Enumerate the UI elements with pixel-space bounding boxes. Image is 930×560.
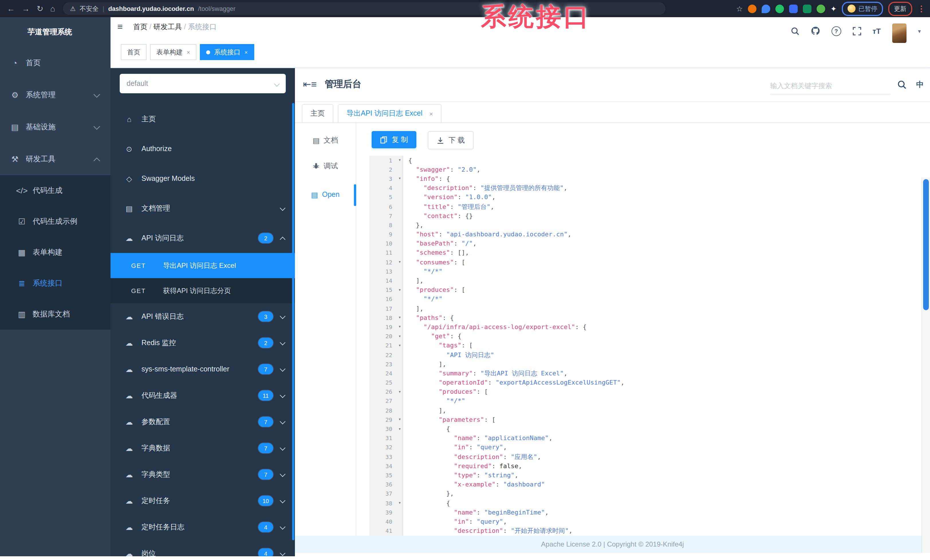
tag-tab[interactable]: 表单构建× bbox=[150, 44, 196, 60]
swagger-menu-item[interactable]: ☁API 访问日志2 bbox=[111, 223, 295, 253]
back-icon[interactable]: ← bbox=[7, 0, 15, 17]
swagger-menu-item[interactable]: ⌂主页 bbox=[111, 104, 295, 134]
font-size-icon[interactable]: тT bbox=[873, 27, 881, 35]
page-scrollbar-track[interactable] bbox=[921, 177, 930, 553]
extension-icon[interactable] bbox=[748, 4, 756, 13]
chevron-down-icon[interactable]: ▾ bbox=[918, 28, 921, 34]
fullscreen-icon[interactable] bbox=[852, 27, 861, 35]
cloud-icon: ☁ bbox=[124, 339, 134, 347]
close-icon[interactable]: × bbox=[187, 49, 190, 55]
github-icon[interactable] bbox=[811, 26, 820, 35]
update-button[interactable]: 更新 bbox=[888, 2, 912, 16]
fold-arrow-icon[interactable]: ▾ bbox=[394, 285, 405, 295]
language-icon[interactable]: 中 bbox=[916, 80, 924, 90]
user-avatar[interactable] bbox=[892, 23, 907, 43]
swagger-group-item[interactable]: ☁API 错误日志3 bbox=[111, 303, 295, 330]
code-line: 31 "name": "applicationName", bbox=[370, 434, 921, 443]
sidebar-subitem-label: 表单构建 bbox=[32, 247, 62, 258]
swagger-group-item[interactable]: ☁字典数据7 bbox=[111, 435, 295, 461]
swagger-group-item[interactable]: ☁定时任务10 bbox=[111, 488, 295, 514]
fold-arrow-icon[interactable]: ▾ bbox=[394, 258, 405, 267]
subnav-item[interactable]: 调试 bbox=[295, 159, 356, 173]
count-badge: 2 bbox=[258, 338, 273, 348]
swagger-group-item[interactable]: ☁Redis 监控2 bbox=[111, 330, 295, 356]
doc-tab[interactable]: 导出API 访问日志 Excel× bbox=[338, 104, 442, 123]
fold-arrow-icon[interactable]: ▾ bbox=[394, 499, 405, 508]
hamburger-icon[interactable]: ≡ bbox=[117, 22, 123, 32]
swagger-group-item[interactable]: ☁参数配置7 bbox=[111, 409, 295, 435]
help-icon[interactable]: ? bbox=[831, 26, 841, 36]
sidebar-item[interactable]: ⚒研发工具 bbox=[0, 143, 111, 175]
bookmark-star-icon[interactable]: ☆ bbox=[736, 4, 743, 13]
swagger-group-item[interactable]: ☁sys-sms-template-controller7 bbox=[111, 356, 295, 382]
swagger-group-item[interactable]: ☁定时任务日志4 bbox=[111, 514, 295, 540]
swagger-group-item[interactable]: ☁字典类型7 bbox=[111, 461, 295, 488]
code-editor[interactable]: 1▾{2 "swagger": "2.0",3▾ "info": {4 "des… bbox=[370, 156, 921, 536]
menu-fold-icon[interactable]: ⇤≡ bbox=[303, 78, 317, 91]
sidebar-item[interactable]: ◔首页 bbox=[0, 47, 111, 79]
doc-search-icon[interactable] bbox=[898, 80, 907, 89]
fold-arrow-icon[interactable]: ▾ bbox=[394, 331, 405, 341]
extension-icon[interactable] bbox=[789, 4, 798, 13]
extension-icon[interactable] bbox=[817, 4, 825, 13]
extension-icon[interactable] bbox=[775, 4, 784, 13]
home-icon[interactable]: ⌂ bbox=[50, 0, 55, 17]
swagger-menu: ⌂主页⊙Authorize◇Swagger Models▤文档管理☁API 访问… bbox=[111, 104, 295, 556]
url-path: /tool/swagger bbox=[198, 5, 236, 12]
browser-menu-icon[interactable]: ⋮ bbox=[918, 4, 925, 13]
profile-paused-chip[interactable]: 已暂停 bbox=[842, 2, 883, 16]
breadcrumb-item[interactable]: 研发工具 bbox=[154, 23, 182, 31]
search-icon[interactable] bbox=[791, 27, 799, 35]
tag-tab[interactable]: 系统接口× bbox=[200, 44, 254, 60]
fold-arrow-icon[interactable]: ▾ bbox=[394, 174, 405, 183]
swagger-menu-item[interactable]: ▤文档管理 bbox=[111, 193, 295, 223]
reload-icon[interactable]: ↻ bbox=[37, 0, 43, 17]
fold-arrow-icon[interactable]: ▾ bbox=[394, 415, 405, 424]
operation-item[interactable]: GET获得API 访问日志分页 bbox=[111, 278, 295, 303]
swagger-menu-item[interactable]: ◇Swagger Models bbox=[111, 164, 295, 193]
count-badge: 7 bbox=[258, 443, 273, 453]
download-button[interactable]: 下 载 bbox=[428, 131, 474, 149]
fold-arrow-icon[interactable]: ▾ bbox=[394, 313, 405, 322]
breadcrumb-item[interactable]: 系统接口 bbox=[188, 23, 217, 31]
line-number: 5 bbox=[370, 194, 394, 201]
close-icon[interactable]: × bbox=[429, 110, 433, 117]
sidebar-subitem[interactable]: ☑代码生成示例 bbox=[0, 206, 111, 237]
swagger-group-label: 代码生成器 bbox=[142, 391, 177, 400]
subnav-label: Open bbox=[322, 190, 340, 199]
close-icon[interactable]: × bbox=[245, 49, 248, 55]
sidebar-scrollbar[interactable] bbox=[292, 103, 294, 540]
swagger-menu-item[interactable]: ⊙Authorize bbox=[111, 134, 295, 164]
page-scrollbar-thumb[interactable] bbox=[923, 179, 929, 310]
operation-item[interactable]: GET导出API 访问日志 Excel bbox=[111, 253, 295, 278]
breadcrumb-item[interactable]: 首页 bbox=[133, 23, 148, 31]
sidebar-subitem[interactable]: ▥数据库文档 bbox=[0, 299, 111, 330]
extension-icon[interactable] bbox=[803, 4, 811, 13]
group-select[interactable]: default bbox=[120, 74, 286, 93]
cloud-icon: ☁ bbox=[124, 444, 134, 453]
forward-icon[interactable]: → bbox=[22, 0, 30, 17]
fold-arrow-icon[interactable]: ▾ bbox=[394, 341, 405, 350]
subnav-item[interactable]: ▤Open bbox=[295, 188, 356, 201]
line-number: 24 bbox=[370, 370, 394, 377]
copy-button[interactable]: 复 制 bbox=[372, 131, 417, 148]
fold-arrow-icon[interactable]: ▾ bbox=[394, 156, 405, 165]
extension-icon[interactable]: ✦ bbox=[830, 4, 837, 13]
tag-tab[interactable]: 首页 bbox=[121, 44, 146, 60]
sidebar-item[interactable]: ▤基础设施 bbox=[0, 111, 111, 143]
extension-icon[interactable] bbox=[762, 4, 770, 13]
fold-arrow-icon[interactable]: ▾ bbox=[394, 322, 405, 331]
sidebar-subitem[interactable]: ≣系统接口 bbox=[0, 268, 111, 299]
app-logo[interactable]: 芋道管理系统 bbox=[0, 17, 111, 47]
swagger-group-item[interactable]: ☁代码生成器11 bbox=[111, 382, 295, 409]
fold-arrow-icon[interactable]: ▾ bbox=[394, 387, 405, 397]
sidebar-item[interactable]: ⚙系统管理 bbox=[0, 79, 111, 111]
sidebar-subitem[interactable]: </>代码生成 bbox=[0, 175, 111, 206]
swagger-group-item[interactable]: ☁岗位4 bbox=[111, 540, 295, 556]
sidebar-subitem[interactable]: ▦表单构建 bbox=[0, 237, 111, 268]
doc-search-input[interactable]: 输入文档关键字搜索 bbox=[770, 78, 890, 94]
subnav-item[interactable]: ▤文档 bbox=[295, 133, 356, 147]
doc-tab[interactable]: 主页 bbox=[302, 104, 333, 123]
swagger-group-label: 定时任务 bbox=[142, 496, 170, 506]
fold-arrow-icon[interactable]: ▾ bbox=[394, 424, 405, 434]
